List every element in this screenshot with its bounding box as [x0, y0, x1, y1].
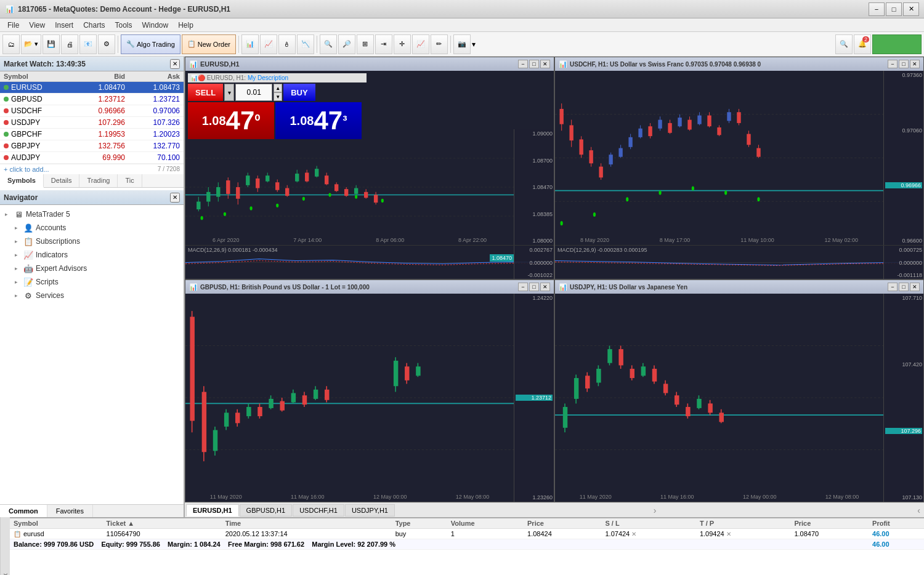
sell-price-display[interactable]: 1.08 47 ⁰	[188, 102, 274, 139]
chart-usdjpy-titlebar: 📊 USDJPY, H1: US Dollar vs Japanese Yen …	[555, 280, 923, 294]
toolbar-notifications[interactable]: 🔔 2	[854, 34, 871, 54]
chart-tab-usdchf[interactable]: USDCHF,H1	[293, 504, 344, 517]
toolbar-indicators[interactable]: 📈	[412, 34, 429, 54]
toolbar-zoom-in[interactable]: 🔍	[320, 34, 337, 54]
toolbar-chart-bar[interactable]: 📊	[241, 34, 259, 54]
close-button[interactable]: ✕	[903, 2, 919, 16]
sell-dropdown[interactable]: ▾	[224, 84, 234, 101]
chart-usdchf-minimize[interactable]: −	[888, 60, 898, 68]
market-watch-close[interactable]: ✕	[170, 59, 180, 69]
chart-gbpusd-minimize[interactable]: −	[518, 283, 528, 291]
market-watch-row[interactable]: GBPUSD 1.23712 1.23721	[0, 94, 184, 105]
chart-usdchf-close[interactable]: ✕	[910, 60, 920, 68]
toolbar-settings-btn[interactable]: ⚙	[98, 34, 115, 54]
toolbar-go-button[interactable]	[872, 34, 922, 54]
mw-symbol-cell: GBPUSD	[0, 94, 74, 105]
toolbox-label[interactable]: Toolbox	[0, 517, 10, 575]
description-text: My Description	[248, 74, 288, 81]
table-row[interactable]: 📋 eurusd 110564790 2020.05.12 13:37:14 b…	[10, 529, 924, 539]
toolbar-chart-area[interactable]: 📉	[297, 34, 314, 54]
sell-button[interactable]: SELL	[188, 84, 223, 101]
new-order-button[interactable]: 📋 New Order	[182, 34, 236, 54]
navigator-close[interactable]: ✕	[170, 193, 180, 203]
nav-item-indicators[interactable]: ▸ 📈 Indicators	[0, 248, 184, 262]
tp-close-icon[interactable]: ✕	[726, 531, 731, 537]
toolbar-print-btn[interactable]: 🖨	[61, 34, 78, 54]
menu-view[interactable]: View	[24, 20, 50, 31]
toolbar-new-btn[interactable]: 🗂	[2, 34, 20, 54]
toolbar-auto-scroll[interactable]: ⇥	[375, 34, 392, 54]
svg-rect-95	[737, 112, 740, 123]
toolbar-crosshair[interactable]: ✛	[394, 34, 411, 54]
nav-item-services[interactable]: ▸ ⚙ Services	[0, 289, 184, 302]
market-watch-row[interactable]: GBPCHF 1.19953 1.20023	[0, 129, 184, 140]
nav-item-experts[interactable]: ▸ 🤖 Expert Advisors	[0, 262, 184, 275]
toolbar-save-btn[interactable]: 💾	[43, 34, 60, 54]
menu-insert[interactable]: Insert	[50, 20, 78, 31]
toolbar-objects[interactable]: ✏	[431, 34, 448, 54]
computer-icon: 🖥	[14, 209, 23, 219]
nav-item-scripts[interactable]: ▸ 📝 Scripts	[0, 275, 184, 289]
svg-rect-16	[246, 175, 249, 185]
market-watch-row[interactable]: EURUSD 1.08470 1.08473	[0, 82, 184, 94]
svg-rect-99	[756, 148, 760, 157]
nav-tab-common[interactable]: Common	[0, 505, 47, 517]
chart-usdchf-maximize[interactable]: □	[899, 60, 909, 68]
chart-maximize-btn[interactable]: □	[529, 60, 539, 68]
buy-button[interactable]: BUY	[283, 84, 315, 101]
toolbar-zoom-out[interactable]: 🔎	[338, 34, 355, 54]
lot-input[interactable]	[235, 84, 272, 101]
menu-charts[interactable]: Charts	[78, 20, 110, 31]
minimize-button[interactable]: −	[869, 2, 885, 16]
chart-gbpusd-close[interactable]: ✕	[540, 283, 550, 291]
sl-close-icon[interactable]: ✕	[631, 531, 636, 537]
market-watch-row[interactable]: USDCHF 0.96966 0.97006	[0, 105, 184, 117]
chart-usdchf-body[interactable]: MACD(12,26,9) -0.000283 0.000195 0.00072…	[555, 71, 923, 279]
lot-up-btn[interactable]: ▲	[274, 84, 282, 92]
chart-tab-scroll-left[interactable]: ‹	[915, 505, 923, 515]
lot-down-btn[interactable]: ▼	[274, 92, 282, 101]
toolbar-search[interactable]: 🔍	[835, 34, 853, 54]
chart-tab-scroll-right[interactable]: ›	[651, 505, 659, 515]
nav-item-subscriptions[interactable]: ▸ 📋 Subscriptions	[0, 235, 184, 248]
market-watch-row[interactable]: GBPJPY 132.756 132.770	[0, 140, 184, 152]
market-watch-row[interactable]: AUDJPY 69.990 70.100	[0, 152, 184, 164]
svg-rect-146	[555, 294, 883, 502]
chart-usdjpy-minimize[interactable]: −	[888, 283, 898, 291]
menu-file[interactable]: File	[2, 20, 24, 31]
chart-usdjpy-maximize[interactable]: □	[899, 283, 909, 291]
menu-tools[interactable]: Tools	[110, 20, 137, 31]
menu-help[interactable]: Help	[173, 20, 198, 31]
svg-rect-135	[302, 395, 307, 404]
chart-tab-eurusd[interactable]: EURUSD,H1	[186, 504, 239, 517]
algo-trading-button[interactable]: 🔧 Algo Trading	[121, 34, 180, 54]
add-symbol-link[interactable]: + click to add...	[4, 166, 49, 173]
chart-usdjpy-close[interactable]: ✕	[910, 283, 920, 291]
toolbar-open-btn[interactable]: 📂▾	[21, 34, 41, 54]
maximize-button[interactable]: □	[886, 2, 902, 16]
nav-item-metatrader[interactable]: ▸ 🖥 MetaTrader 5	[0, 207, 184, 221]
mw-tab-details[interactable]: Details	[44, 174, 80, 187]
mw-tab-trading[interactable]: Trading	[79, 174, 118, 187]
toolbar-mail-btn[interactable]: 📧	[79, 34, 97, 54]
market-watch-row[interactable]: USDJPY 107.296 107.326	[0, 117, 184, 129]
svg-rect-174	[686, 407, 690, 416]
chart-gbpusd-body[interactable]: 1.24220 1.23712 1.23260 11 May 2020 11 M…	[185, 294, 554, 502]
toolbar-chart-line[interactable]: 📈	[260, 34, 277, 54]
chart-eurusd-body[interactable]: 📊🔴 EURUSD, H1: My Description SELL ▾ ▲ ▼…	[185, 71, 554, 279]
chart-tab-gbpusd[interactable]: GBPUSD,H1	[240, 504, 293, 517]
chart-gbpusd-maximize[interactable]: □	[529, 283, 539, 291]
chart-close-btn[interactable]: ✕	[540, 60, 550, 68]
toolbar-grid[interactable]: ⊞	[357, 34, 374, 54]
mw-tab-tic[interactable]: Tic	[118, 174, 142, 187]
chart-usdjpy-body[interactable]: 107.710 107.420 107.296 107.130 11 May 2…	[555, 294, 923, 502]
chart-minimize-btn[interactable]: −	[518, 60, 528, 68]
menu-window[interactable]: Window	[137, 20, 174, 31]
nav-item-accounts[interactable]: ▸ 👤 Accounts	[0, 221, 184, 235]
mw-tab-symbols[interactable]: Symbols	[0, 174, 44, 188]
nav-tab-favorites[interactable]: Favorites	[47, 505, 93, 517]
toolbar-chart-candle[interactable]: 🕯	[278, 34, 296, 54]
chart-tab-usdjpy[interactable]: USDJPY,H1	[345, 504, 395, 517]
toolbar-screenshot[interactable]: 📷	[453, 34, 471, 54]
buy-price-display[interactable]: 1.08 47 ³	[275, 102, 362, 139]
